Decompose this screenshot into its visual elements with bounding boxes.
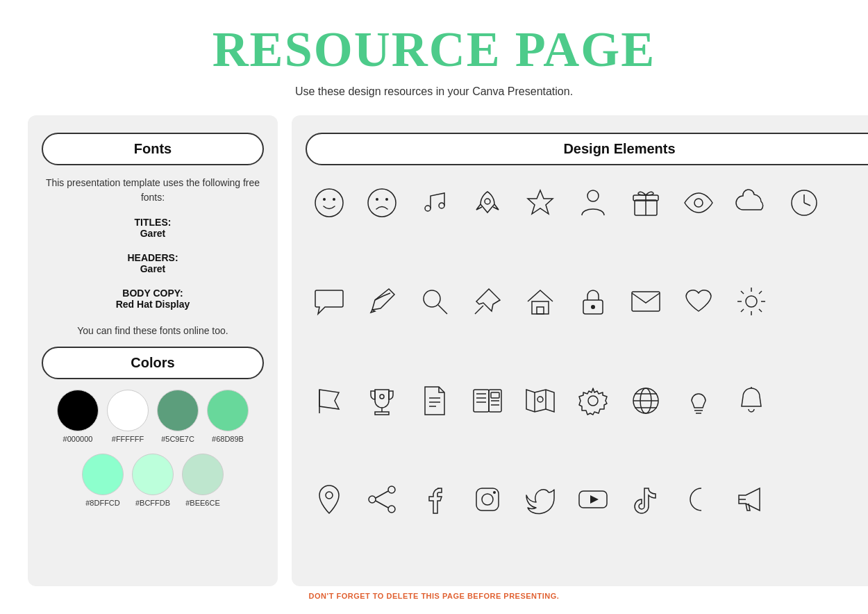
right-panel: Design Elements bbox=[292, 115, 868, 586]
svg-point-3 bbox=[368, 189, 396, 217]
svg-point-0 bbox=[315, 189, 343, 217]
empty-1 bbox=[833, 179, 868, 226]
swatches-row-1: #000000 #FFFFFF #5C9E7C #68D89B bbox=[42, 390, 264, 443]
map-icon bbox=[517, 377, 564, 424]
icons-grid bbox=[306, 179, 868, 569]
left-panel: Fonts This presentation template uses th… bbox=[28, 115, 278, 586]
swatch-circle-white bbox=[107, 390, 149, 431]
megaphone-icon bbox=[728, 476, 775, 523]
footer-note: DON'T FORGET TO DELETE THIS PAGE BEFORE … bbox=[309, 592, 560, 600]
svg-line-22 bbox=[475, 306, 483, 314]
swatch-pale-green: #BEE6CE bbox=[182, 454, 224, 507]
svg-line-21 bbox=[438, 305, 447, 314]
font-name-headers: Garet bbox=[42, 263, 264, 274]
svg-point-70 bbox=[388, 486, 395, 493]
cloud-icon bbox=[728, 179, 775, 226]
svg-rect-40 bbox=[375, 412, 389, 415]
globe-icon bbox=[622, 377, 669, 424]
svg-rect-24 bbox=[537, 307, 544, 314]
page-subtitle: Use these design resources in your Canva… bbox=[295, 85, 573, 98]
svg-marker-79 bbox=[590, 495, 599, 504]
font-find-text: You can find these fonts online too. bbox=[42, 325, 264, 336]
swatch-circle-mint bbox=[82, 454, 124, 495]
swatch-label-mint: #8DFFCD bbox=[85, 499, 120, 507]
swatch-label-black: #000000 bbox=[63, 435, 93, 443]
svg-rect-50 bbox=[491, 392, 499, 398]
trophy-icon bbox=[358, 377, 406, 424]
swatch-label-dark-green: #5C9E7C bbox=[161, 435, 194, 443]
flag-icon bbox=[306, 377, 353, 424]
swatch-circle-pale-green bbox=[182, 454, 224, 495]
svg-point-72 bbox=[369, 496, 376, 503]
smiley-icon bbox=[306, 179, 353, 226]
swatch-label-light-mint: #BCFFDB bbox=[135, 499, 170, 507]
fonts-description: This presentation template uses the foll… bbox=[42, 176, 264, 205]
youtube-icon bbox=[569, 476, 617, 523]
font-entry-titles: TITLES: Garet bbox=[42, 217, 264, 239]
swatch-circle-medium-green bbox=[207, 390, 249, 431]
heart-icon bbox=[675, 278, 722, 325]
svg-point-71 bbox=[388, 506, 395, 513]
share-icon bbox=[358, 476, 406, 523]
swatch-circle-light-mint bbox=[132, 454, 174, 495]
eye-icon bbox=[675, 179, 722, 226]
font-label-titles: TITLES: bbox=[42, 217, 264, 228]
empty-8 bbox=[833, 476, 868, 523]
swatch-medium-green: #68D89B bbox=[207, 390, 249, 443]
svg-line-19 bbox=[383, 293, 390, 296]
svg-rect-45 bbox=[474, 390, 489, 412]
font-name-body: Red Hat Display bbox=[42, 299, 264, 310]
svg-point-5 bbox=[385, 198, 388, 201]
svg-point-56 bbox=[537, 397, 543, 402]
swatch-label-white: #FFFFFF bbox=[112, 435, 144, 443]
svg-line-36 bbox=[741, 309, 744, 312]
svg-line-17 bbox=[804, 203, 810, 206]
font-label-body: BODY COPY: bbox=[42, 288, 264, 299]
sun-icon bbox=[728, 278, 775, 325]
svg-marker-53 bbox=[526, 390, 554, 412]
svg-line-74 bbox=[376, 501, 388, 508]
page-title: RESOURCE PAGE bbox=[212, 21, 656, 78]
music-notes-icon bbox=[411, 179, 458, 226]
swatch-label-pale-green: #BEE6CE bbox=[185, 499, 220, 507]
svg-point-20 bbox=[424, 290, 440, 307]
empty-7 bbox=[781, 476, 828, 523]
lock-icon bbox=[569, 278, 617, 325]
svg-point-28 bbox=[746, 296, 757, 307]
swatches-row-2: #8DFFCD #BCFFDB #BEE6CE bbox=[42, 454, 264, 507]
gift-icon bbox=[622, 179, 669, 226]
svg-point-41 bbox=[380, 395, 384, 399]
empty-3 bbox=[781, 278, 828, 325]
gear-icon bbox=[569, 377, 617, 424]
moon-icon bbox=[675, 476, 722, 523]
svg-point-6 bbox=[425, 206, 431, 211]
svg-line-35 bbox=[759, 291, 762, 294]
swatch-mint: #8DFFCD bbox=[82, 454, 124, 507]
pin-icon bbox=[464, 278, 511, 325]
svg-line-73 bbox=[376, 491, 388, 498]
twitter-icon bbox=[517, 476, 564, 523]
swatch-label-medium-green: #68D89B bbox=[212, 435, 244, 443]
svg-rect-27 bbox=[632, 292, 660, 311]
empty-5 bbox=[781, 377, 828, 424]
swatch-light-mint: #BCFFDB bbox=[132, 454, 174, 507]
font-entry-headers: HEADERS: Garet bbox=[42, 252, 264, 274]
chat-bubble-icon bbox=[306, 278, 353, 325]
location-pin-icon bbox=[306, 476, 353, 523]
empty-4 bbox=[833, 278, 868, 325]
swatch-black: #000000 bbox=[57, 390, 99, 443]
svg-point-57 bbox=[588, 396, 598, 406]
search-icon bbox=[411, 278, 458, 325]
bell-icon bbox=[728, 377, 775, 424]
clock-icon bbox=[781, 179, 828, 226]
document-icon bbox=[411, 377, 458, 424]
svg-point-1 bbox=[323, 198, 326, 201]
pencil-icon bbox=[358, 278, 406, 325]
design-elements-title: Design Elements bbox=[306, 133, 868, 165]
svg-line-34 bbox=[759, 309, 762, 312]
svg-line-33 bbox=[741, 291, 744, 294]
swatch-circle-black bbox=[57, 390, 99, 431]
svg-point-4 bbox=[376, 198, 378, 201]
facebook-icon bbox=[411, 476, 458, 523]
main-content: Fonts This presentation template uses th… bbox=[28, 115, 840, 586]
